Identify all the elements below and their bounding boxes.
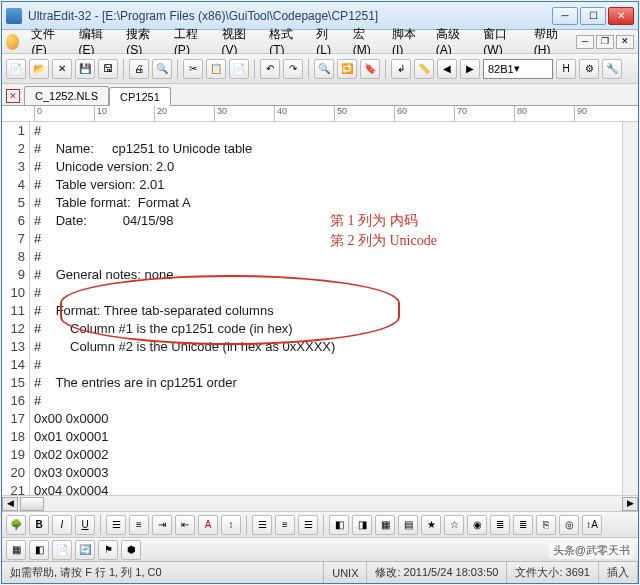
list-button[interactable]: ☰ [106, 515, 126, 535]
tool-h-button[interactable]: ≣ [490, 515, 510, 535]
tool-button[interactable]: ⚙ [579, 59, 599, 79]
tool-i-button[interactable]: ≣ [513, 515, 533, 535]
status-insert: 插入 [599, 562, 638, 583]
tab-c1252[interactable]: C_1252.NLS [24, 86, 109, 105]
wrap-button[interactable]: ↲ [391, 59, 411, 79]
ruler-mark: 60 [394, 106, 454, 121]
separator-icon [323, 515, 324, 535]
code-line[interactable]: # The entries are in cp1251 order [34, 374, 622, 392]
numlist-button[interactable]: ≡ [129, 515, 149, 535]
code-line[interactable]: # [34, 248, 622, 266]
align-right-button[interactable]: ☰ [298, 515, 318, 535]
code-line[interactable]: # [34, 356, 622, 374]
hex-button[interactable]: H [556, 59, 576, 79]
close-button[interactable]: ✕ [608, 7, 634, 25]
code-line[interactable]: 0x04 0x0004 [34, 482, 622, 495]
grid-button[interactable]: ▦ [6, 540, 26, 560]
code-line[interactable]: # [34, 230, 622, 248]
replace-button[interactable]: 🔁 [337, 59, 357, 79]
code-area[interactable]: www.yurongpawn.com 第 1 列为 内码 第 2 列为 Unic… [30, 122, 622, 495]
bold-button[interactable]: B [29, 515, 49, 535]
window-title: UltraEdit-32 - [E:\Program Files (x86)\G… [28, 9, 552, 23]
code-line[interactable]: # Unicode version: 2.0 [34, 158, 622, 176]
misc-button[interactable]: ⬢ [121, 540, 141, 560]
code-line[interactable]: # Name: cp1251 to Unicode table [34, 140, 622, 158]
save-button[interactable]: 💾 [75, 59, 95, 79]
tool-d-button[interactable]: ▤ [398, 515, 418, 535]
align-left-button[interactable]: ☰ [252, 515, 272, 535]
code-line[interactable]: 0x00 0x0000 [34, 410, 622, 428]
font-color-button[interactable]: A [198, 515, 218, 535]
code-line[interactable]: # [34, 284, 622, 302]
outdent-button[interactable]: ⇤ [175, 515, 195, 535]
tool-c-button[interactable]: ▦ [375, 515, 395, 535]
code-line[interactable]: # Column #1 is the cp1251 code (in hex) [34, 320, 622, 338]
line-number: 4 [2, 176, 25, 194]
code-line[interactable]: 0x01 0x0001 [34, 428, 622, 446]
scroll-left-button[interactable]: ◀ [2, 497, 18, 511]
tab-close-all-button[interactable]: ✕ [6, 89, 20, 103]
copy-button[interactable]: 📋 [206, 59, 226, 79]
mdi-close-button[interactable]: ✕ [616, 35, 634, 49]
code-line[interactable]: # General notes: none [34, 266, 622, 284]
preview-button[interactable]: 🔍 [152, 59, 172, 79]
tool-b-button[interactable]: ◨ [352, 515, 372, 535]
tool-a-button[interactable]: ◧ [329, 515, 349, 535]
tab-cp1251[interactable]: CP1251 [109, 87, 171, 106]
doc-button[interactable]: 📄 [52, 540, 72, 560]
saveas-button[interactable]: 🖫 [98, 59, 118, 79]
close-doc-button[interactable]: ✕ [52, 59, 72, 79]
sort-button[interactable]: ↕ [221, 515, 241, 535]
paste-button[interactable]: 📄 [229, 59, 249, 79]
tool-g-button[interactable]: ◉ [467, 515, 487, 535]
underline-button[interactable]: U [75, 515, 95, 535]
tool-l-button[interactable]: ↕A [582, 515, 602, 535]
indent-button[interactable]: ⇥ [152, 515, 172, 535]
code-line[interactable]: # Format: Three tab-separated columns [34, 302, 622, 320]
separator-icon [254, 59, 255, 79]
code-line[interactable]: # [34, 392, 622, 410]
print-button[interactable]: 🖨 [129, 59, 149, 79]
bookmark-button[interactable]: 🔖 [360, 59, 380, 79]
undo-button[interactable]: ↶ [260, 59, 280, 79]
nav-prev-button[interactable]: ◀ [437, 59, 457, 79]
cut-button[interactable]: ✂ [183, 59, 203, 79]
redo-button[interactable]: ↷ [283, 59, 303, 79]
scroll-thumb[interactable] [20, 497, 44, 511]
bottom-toolbar: ▦ ◧ 📄 🔄 ⚑ ⬢ [2, 537, 638, 561]
new-button[interactable]: 📄 [6, 59, 26, 79]
nav-next-button[interactable]: ▶ [460, 59, 480, 79]
mdi-min-button[interactable]: ─ [576, 35, 594, 49]
align-center-button[interactable]: ≡ [275, 515, 295, 535]
tool-k-button[interactable]: ◎ [559, 515, 579, 535]
code-line[interactable]: # Column #2 is the Unicode (in hex as 0x… [34, 338, 622, 356]
code-line[interactable]: # Table format: Format A [34, 194, 622, 212]
tool-f-button[interactable]: ☆ [444, 515, 464, 535]
ruler-button[interactable]: 📏 [414, 59, 434, 79]
find-button[interactable]: 🔍 [314, 59, 334, 79]
flag-button[interactable]: ⚑ [98, 540, 118, 560]
encoding-combo[interactable]: 82B1 ▾ [483, 59, 553, 79]
tool-e-button[interactable]: ★ [421, 515, 441, 535]
tree-icon[interactable]: 🌳 [6, 515, 26, 535]
code-line[interactable]: 0x03 0x0003 [34, 464, 622, 482]
mdi-restore-button[interactable]: ❐ [596, 35, 614, 49]
config-button[interactable]: 🔧 [602, 59, 622, 79]
tool-j-button[interactable]: ⎘ [536, 515, 556, 535]
status-filesize: 文件大小: 3691 [507, 562, 599, 583]
minimize-button[interactable]: ─ [552, 7, 578, 25]
line-number-gutter: 12345678910111213141516171819202122 [2, 122, 30, 495]
code-line[interactable]: # Date: 04/15/98 [34, 212, 622, 230]
vertical-scrollbar[interactable] [622, 122, 638, 495]
scroll-right-button[interactable]: ▶ [622, 497, 638, 511]
open-button[interactable]: 📂 [29, 59, 49, 79]
panel-button[interactable]: ◧ [29, 540, 49, 560]
statusbar: 如需帮助, 请按 F 行 1, 列 1, C0 UNIX 修改: 2011/5/… [2, 561, 638, 583]
maximize-button[interactable]: ☐ [580, 7, 606, 25]
italic-button[interactable]: I [52, 515, 72, 535]
code-line[interactable]: # Table version: 2.01 [34, 176, 622, 194]
code-line[interactable]: # [34, 122, 622, 140]
ruler-mark: 90 [574, 106, 634, 121]
refresh-button[interactable]: 🔄 [75, 540, 95, 560]
code-line[interactable]: 0x02 0x0002 [34, 446, 622, 464]
